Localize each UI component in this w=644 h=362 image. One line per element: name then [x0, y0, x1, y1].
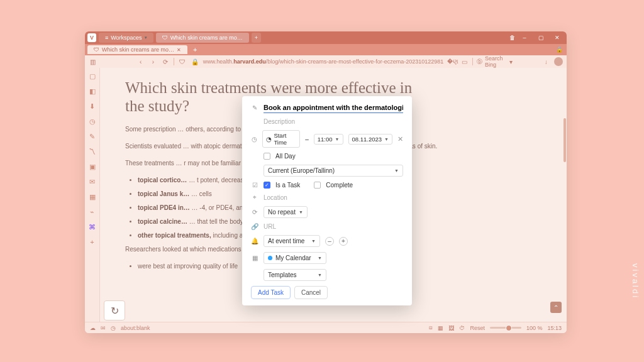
status-bar: ☁ ✉ ◷ about:blank ⧇ ▦ 🖼 ⏱ Reset 100 % 15…: [85, 322, 567, 333]
istask-label: Is a Task: [275, 182, 300, 189]
panel-toggle-icon[interactable]: ▥: [89, 58, 97, 65]
add-reminder-button[interactable]: +: [339, 237, 348, 246]
repeat-icon: ⟳: [251, 209, 258, 216]
description-field[interactable]: Description: [264, 118, 295, 125]
shield-icon: 🛡: [162, 35, 168, 41]
templates-select[interactable]: Templates▼: [264, 269, 326, 281]
lock-icon: 🔒: [556, 47, 563, 53]
reminder-select[interactable]: At event time▼: [264, 235, 320, 247]
downloads-icon[interactable]: ↓: [541, 58, 550, 65]
lock-icon: 🔒: [191, 58, 199, 65]
vivaldi-watermark: vivaldi: [631, 263, 640, 299]
dash: –: [305, 136, 309, 143]
zoom-value: 100 %: [526, 325, 543, 331]
notes-panel-icon[interactable]: ✎: [88, 132, 97, 141]
avatar[interactable]: [554, 57, 563, 66]
pencil-icon: ✎: [251, 104, 258, 111]
bookmark-icon[interactable]: �ણ: [447, 58, 456, 65]
capture-icon[interactable]: ⧇: [429, 324, 433, 331]
istask-checkbox[interactable]: ✓: [264, 182, 270, 189]
timezone-select[interactable]: Current (Europe/Tallinn)▼: [264, 165, 403, 177]
cancel-button[interactable]: Cancel: [294, 286, 328, 299]
clock-icon: ◷: [251, 136, 257, 143]
window-tab[interactable]: 🛡 Which skin creams are mo…: [156, 33, 249, 43]
tiling-icon[interactable]: ▦: [438, 325, 443, 331]
new-tab-button[interactable]: +: [190, 46, 200, 53]
recaptcha-badge[interactable]: ↻: [104, 300, 125, 321]
feeds-panel-icon[interactable]: ⌁: [88, 207, 97, 216]
status-url: about:blank: [121, 325, 150, 331]
tab-active[interactable]: 🛡 Which skin creams are mo… ✕: [87, 45, 187, 54]
link-icon: 🔗: [251, 223, 258, 230]
scrollbar-thumb[interactable]: [564, 118, 566, 162]
location-field[interactable]: Location: [264, 194, 287, 201]
downloads-panel-icon[interactable]: ⬇: [88, 102, 97, 111]
calendar-panel-icon[interactable]: ▦: [88, 192, 97, 201]
close-tab-icon[interactable]: ✕: [177, 47, 181, 53]
reading-list-icon[interactable]: ◧: [88, 87, 97, 96]
reload-button[interactable]: ⟳: [161, 58, 170, 65]
back-button[interactable]: ‹: [136, 58, 145, 65]
address-bar: ▥ ‹ › ⟳ 🛡 🔒 www.health.harvard.edu/blog/…: [85, 55, 567, 68]
quick-event-popover: ✎ Description ◷ ◔Start Time – 11:00▼ 08.…: [242, 96, 412, 305]
zoom-reset[interactable]: Reset: [470, 325, 485, 331]
maximize-button[interactable]: ▢: [534, 33, 548, 42]
tab-strip: 🛡 Which skin creams are mo… ✕ + 🔒: [85, 44, 567, 55]
window-titlebar: V ≡ Workspaces ▾ 🛡 Which skin creams are…: [85, 31, 567, 44]
bookmarks-panel-icon[interactable]: ▢: [88, 72, 97, 80]
minimize-button[interactable]: –: [518, 33, 531, 42]
window-panel-icon[interactable]: ▣: [88, 162, 97, 171]
history-panel-icon[interactable]: ◷: [88, 117, 97, 126]
date-picker[interactable]: 08.11.2023▼: [348, 134, 392, 145]
close-window-button[interactable]: ✕: [550, 33, 564, 42]
zoom-slider[interactable]: [490, 327, 521, 329]
mail-status-icon[interactable]: ✉: [101, 325, 106, 331]
start-time-button[interactable]: ◔Start Time: [262, 130, 300, 148]
vivaldi-logo[interactable]: V: [87, 33, 96, 42]
forward-button[interactable]: ›: [149, 58, 158, 65]
clock-time: 15:13: [547, 325, 562, 331]
url-display[interactable]: www.health.harvard.edu/blog/which-skin-c…: [203, 58, 444, 65]
image-toggle-icon[interactable]: 🖼: [448, 325, 454, 331]
panel-sidebar: ▢ ◧ ⬇ ◷ ✎ 〽 ▣ ✉ ▦ ⌁ ⌘ +: [85, 68, 100, 322]
add-task-button[interactable]: Add Task: [251, 286, 291, 299]
complete-checkbox[interactable]: [314, 182, 321, 189]
workspaces-button[interactable]: ≡ Workspaces ▾: [99, 33, 153, 43]
remove-reminder-button[interactable]: –: [325, 237, 334, 246]
calendar-color-dot: [268, 256, 272, 260]
mail-panel-icon[interactable]: ✉: [88, 177, 97, 186]
add-panel-icon[interactable]: +: [88, 238, 97, 246]
scroll-to-top-button[interactable]: ⌃: [550, 302, 562, 313]
clear-time-icon[interactable]: ✕: [397, 135, 403, 143]
break-icon[interactable]: ⏱: [459, 325, 465, 331]
clock-icon[interactable]: ◷: [111, 325, 116, 331]
complete-label: Complete: [326, 182, 353, 189]
shield-icon: 🛡: [94, 47, 99, 53]
reader-icon[interactable]: ▭: [460, 58, 469, 65]
hamburger-icon: ≡: [105, 35, 108, 41]
location-icon: ⌖: [251, 194, 258, 201]
shield-icon[interactable]: 🛡: [178, 58, 187, 65]
sync-icon[interactable]: ☁: [90, 325, 96, 331]
stats-panel-icon[interactable]: 〽: [88, 147, 97, 156]
calendar-icon: ▦: [251, 255, 258, 261]
check-icon: ☑: [251, 182, 258, 189]
url-field[interactable]: URL: [264, 223, 276, 230]
allday-label: All Day: [275, 153, 296, 160]
mastodon-panel-icon[interactable]: ⌘: [88, 222, 97, 231]
allday-checkbox[interactable]: [264, 153, 270, 160]
event-title-input[interactable]: [264, 102, 403, 113]
bell-icon: 🔔: [251, 238, 258, 244]
search-engine-icon: ⓑ: [477, 58, 482, 66]
calendar-select[interactable]: My Calendar ▼: [264, 252, 326, 264]
new-window-tab[interactable]: +: [252, 33, 261, 43]
repeat-select[interactable]: No repeat▼: [264, 206, 308, 218]
search-field[interactable]: ⓑ Search Bing: [477, 55, 503, 68]
time-picker[interactable]: 11:00▼: [314, 134, 343, 145]
chevron-down-icon: ▾: [145, 35, 147, 40]
chevron-down-icon[interactable]: ▾: [507, 58, 516, 65]
trash-icon[interactable]: 🗑: [509, 35, 515, 41]
